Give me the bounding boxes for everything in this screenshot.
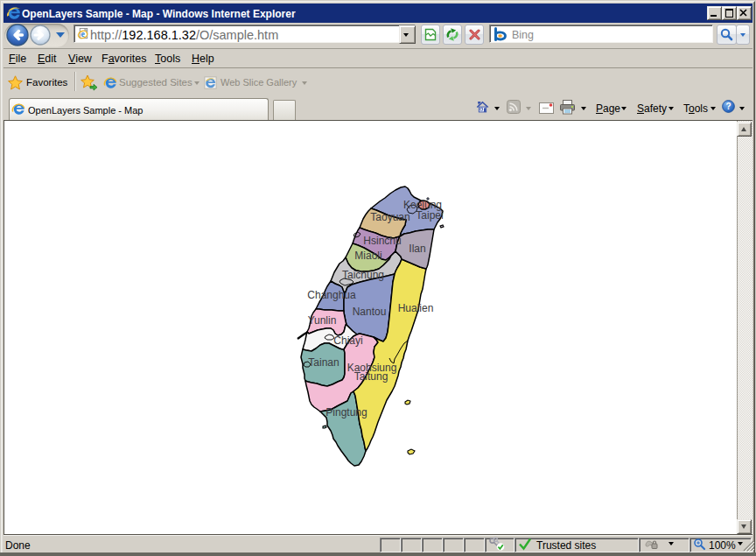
svg-text:Taoyuan: Taoyuan [370, 211, 410, 223]
svg-text:Tainan: Tainan [308, 356, 339, 369]
svg-text:Hualien: Hualien [398, 302, 434, 314]
svg-text:Miaoli: Miaoli [354, 250, 382, 262]
svg-text:Nantou: Nantou [353, 306, 387, 318]
svg-text:Pingtung: Pingtung [326, 406, 367, 419]
svg-text:Hsinchu: Hsinchu [363, 235, 401, 247]
svg-text:Chiayi: Chiayi [333, 334, 362, 347]
svg-text:Taitung: Taitung [354, 370, 388, 383]
svg-text:Ilan: Ilan [409, 243, 425, 255]
svg-text:Yunlin: Yunlin [308, 314, 337, 327]
svg-text:Taipei: Taipei [416, 209, 443, 222]
svg-text:Taichung: Taichung [342, 269, 384, 281]
svg-text:Changhua: Changhua [307, 289, 356, 301]
